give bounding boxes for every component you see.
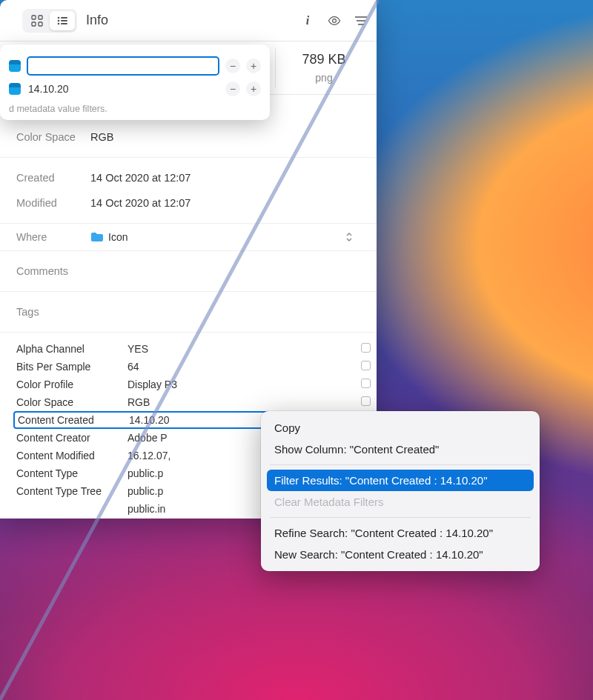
metadata-checkbox[interactable] xyxy=(354,361,377,373)
metadata-row[interactable]: Color ProfileDisplay P3 xyxy=(16,376,377,393)
add-filter-button-1[interactable]: + xyxy=(246,59,261,73)
metadata-value: Display P3 xyxy=(127,379,354,390)
info-icon[interactable]: i xyxy=(301,14,314,27)
modified-label: Modified xyxy=(16,197,90,209)
svg-point-8 xyxy=(58,22,60,24)
ctx-refine-search[interactable]: Refine Search: "Content Created : 14.10.… xyxy=(267,522,534,544)
info-comments-section: Comments xyxy=(0,250,377,291)
remove-filter-button-2[interactable]: − xyxy=(225,81,240,96)
chevron-updown-icon[interactable] xyxy=(345,231,353,243)
window-title: Info xyxy=(86,13,292,28)
svg-rect-1 xyxy=(39,16,42,19)
view-switch[interactable] xyxy=(22,9,77,33)
ctx-new-search[interactable]: New Search: "Content Created : 14.10.20" xyxy=(267,544,534,565)
svg-point-10 xyxy=(333,19,337,22)
svg-rect-9 xyxy=(61,23,67,24)
context-menu: Copy Show Column: "Content Created" Filt… xyxy=(261,411,540,571)
info-dates-section: Created 14 Oct 2020 at 12:07 Modified 14… xyxy=(0,157,377,223)
metadata-label: Content Type Tree xyxy=(16,485,127,497)
filter-row-2: 14.10.20 − + xyxy=(9,79,261,99)
filter-chip-icon xyxy=(9,60,21,72)
list-icon xyxy=(56,15,68,27)
tags-label: Tags xyxy=(16,306,90,318)
grid-icon xyxy=(31,15,43,27)
ctx-clear-filters: Clear Metadata Filters xyxy=(267,491,534,513)
preview-icon[interactable] xyxy=(328,14,341,27)
folder-icon xyxy=(90,232,104,242)
add-filter-button-2[interactable]: + xyxy=(246,81,261,96)
svg-rect-2 xyxy=(32,22,36,26)
metadata-label: Content Creator xyxy=(16,432,127,444)
file-extension: png xyxy=(283,72,365,84)
metadata-label: Bits Per Sample xyxy=(16,361,127,373)
metadata-value: YES xyxy=(127,343,354,355)
list-view-button[interactable] xyxy=(50,11,75,30)
ctx-show-column[interactable]: Show Column: "Content Created" xyxy=(267,439,534,460)
svg-point-4 xyxy=(58,16,60,19)
svg-point-6 xyxy=(58,19,60,21)
metadata-checkbox[interactable] xyxy=(354,343,377,355)
modified-value: 14 Oct 2020 at 12:07 xyxy=(90,197,360,209)
metadata-row[interactable]: Alpha ChannelYES xyxy=(16,340,377,358)
info-where-section: Where Icon xyxy=(0,223,377,250)
file-size: 789 KB xyxy=(283,52,365,67)
metadata-row[interactable]: Bits Per Sample64 xyxy=(16,358,377,376)
info-tags-section: Tags xyxy=(0,291,377,332)
ctx-separator xyxy=(270,517,531,518)
settings-lines-icon[interactable] xyxy=(354,14,368,27)
metadata-checkbox[interactable] xyxy=(354,379,377,390)
metadata-row[interactable]: Color SpaceRGB xyxy=(16,393,377,411)
where-value: Icon xyxy=(108,231,127,243)
metadata-label: Color Profile xyxy=(16,379,127,390)
grid-view-button[interactable] xyxy=(24,11,50,30)
remove-filter-button-1[interactable]: − xyxy=(225,59,240,73)
colorspace-label: Color Space xyxy=(16,131,90,143)
where-label: Where xyxy=(16,231,90,243)
created-value: 14 Oct 2020 at 12:07 xyxy=(90,172,360,184)
metadata-label: Color Space xyxy=(16,396,127,408)
filter-chip-icon xyxy=(9,83,21,95)
ctx-separator xyxy=(270,464,531,465)
svg-rect-5 xyxy=(61,17,67,19)
comments-label: Comments xyxy=(16,265,90,277)
ctx-copy[interactable]: Copy xyxy=(267,417,534,439)
created-label: Created xyxy=(16,172,90,184)
svg-rect-3 xyxy=(39,22,42,26)
where-folder[interactable]: Icon xyxy=(90,231,127,243)
metadata-label: Content Type xyxy=(16,467,127,479)
colorspace-value: RGB xyxy=(90,131,360,143)
filter-value-input-1[interactable] xyxy=(27,56,219,76)
metadata-value: RGB xyxy=(127,396,354,408)
metadata-checkbox[interactable] xyxy=(354,396,377,408)
filter-row-1: − + xyxy=(9,53,261,79)
titlebar: Info i xyxy=(0,0,377,41)
svg-rect-0 xyxy=(32,16,36,19)
metadata-label: Content Created xyxy=(18,414,129,426)
filter-popup-footer: d metadata value filters. xyxy=(9,104,261,114)
metadata-value: 64 xyxy=(127,361,354,373)
filter-value-text-2[interactable]: 14.10.20 xyxy=(27,83,219,95)
ctx-filter-results[interactable]: Filter Results: "Content Created : 14.10… xyxy=(267,470,534,491)
filter-popup: − + 14.10.20 − + d metadata value filter… xyxy=(0,44,270,120)
metadata-label: Content Modified xyxy=(16,450,127,461)
metadata-label: Alpha Channel xyxy=(16,343,127,355)
svg-rect-7 xyxy=(61,20,67,21)
